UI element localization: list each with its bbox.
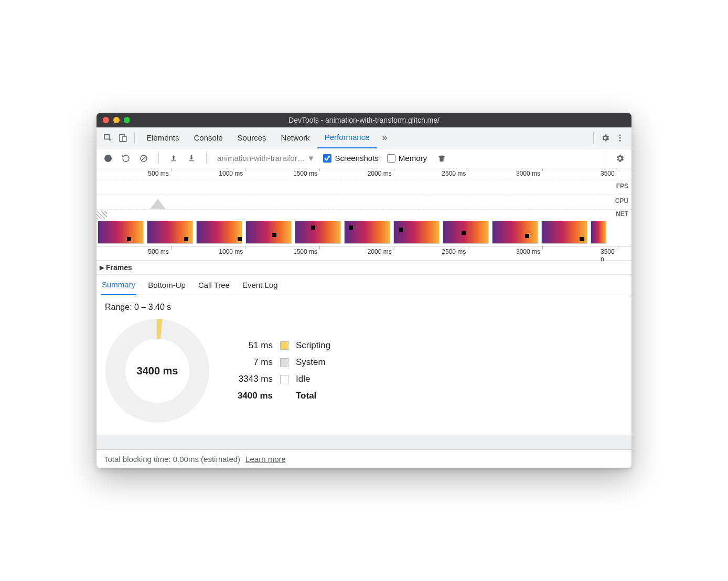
- svg-point-4: [619, 137, 621, 138]
- garbage-collect-icon[interactable]: [434, 151, 449, 166]
- expand-icon[interactable]: ▶: [100, 264, 104, 271]
- tab-console[interactable]: Console: [187, 127, 230, 148]
- blocking-time-text: Total blocking time: 0.00ms (estimated): [104, 455, 240, 464]
- ruler-tick: 1500 ms: [293, 248, 319, 255]
- net-activity: [97, 211, 107, 219]
- frames-row[interactable]: ▶ Frames: [97, 260, 631, 275]
- screenshot-thumbnail[interactable]: [196, 221, 242, 244]
- legend-total-label: Total: [296, 391, 330, 401]
- summary-donut-chart: 3400 ms: [105, 318, 210, 423]
- range-label: Range: 0 – 3.40 s: [105, 303, 623, 312]
- tab-network[interactable]: Network: [274, 127, 317, 148]
- screenshot-thumbnail[interactable]: [147, 221, 193, 244]
- recording-selector[interactable]: animation-with-transfor… ▼: [217, 154, 315, 163]
- tab-elements[interactable]: Elements: [139, 127, 187, 148]
- ruler-tick: 1000 ms: [219, 248, 245, 255]
- svg-rect-9: [439, 156, 445, 157]
- ruler-tick: 3000 ms: [516, 170, 542, 177]
- record-button[interactable]: [101, 151, 115, 166]
- drawer-handle[interactable]: [97, 435, 631, 449]
- screenshot-thumbnail[interactable]: [591, 221, 606, 244]
- svg-rect-2: [123, 136, 126, 142]
- learn-more-link[interactable]: Learn more: [245, 455, 286, 464]
- close-window-button[interactable]: [103, 117, 109, 123]
- screenshots-toggle[interactable]: Screenshots: [323, 154, 378, 163]
- legend-value: 7 ms: [231, 357, 273, 368]
- devtools-window: DevTools - animation-with-transform.glit…: [97, 113, 631, 468]
- svg-point-5: [619, 139, 621, 141]
- legend-value: 3343 ms: [231, 374, 273, 384]
- device-toolbar-icon[interactable]: [115, 131, 130, 145]
- ruler-tick: 3000 ms: [516, 248, 542, 255]
- svg-point-3: [619, 134, 621, 136]
- details-tab-summary[interactable]: Summary: [101, 275, 136, 295]
- screenshot-thumbnail[interactable]: [98, 221, 144, 244]
- ruler-tick: 1500 ms: [293, 170, 319, 177]
- cpu-activity: [150, 199, 166, 209]
- ruler-tick: 2000 ms: [368, 170, 394, 177]
- maximize-window-button[interactable]: [124, 117, 130, 123]
- legend-label: Scripting: [296, 340, 330, 351]
- net-label: NET: [616, 210, 628, 218]
- screenshot-thumbnail[interactable]: [443, 221, 489, 244]
- memory-checkbox[interactable]: [387, 154, 395, 163]
- chevron-down-icon: ▼: [307, 154, 315, 163]
- details-tab-event-log[interactable]: Event Log: [241, 275, 279, 295]
- settings-icon[interactable]: [598, 131, 613, 145]
- save-profile-icon[interactable]: [184, 151, 199, 166]
- cpu-row: CPU: [97, 195, 631, 209]
- ruler-tick: 3500: [601, 170, 617, 177]
- screenshot-thumbnail[interactable]: [344, 221, 390, 244]
- clear-button[interactable]: [136, 151, 151, 166]
- ruler-tick: 2500 ms: [442, 170, 468, 177]
- donut-center-value: 3400 ms: [137, 365, 178, 377]
- screenshot-thumbnail[interactable]: [245, 221, 292, 244]
- recording-name: animation-with-transfor…: [217, 154, 305, 163]
- frames-label: Frames: [106, 263, 132, 272]
- legend-swatch: [280, 341, 288, 350]
- screenshot-thumbnail[interactable]: [492, 221, 538, 244]
- overview-rows: FPS CPU NET: [97, 180, 631, 219]
- svg-rect-8: [189, 160, 194, 161]
- minimize-window-button[interactable]: [113, 117, 120, 123]
- screenshots-checkbox[interactable]: [323, 154, 331, 163]
- separator: [134, 132, 135, 144]
- overview-panel[interactable]: 500 ms1000 ms1500 ms2000 ms2500 ms3000 m…: [97, 168, 631, 246]
- fps-row: FPS: [97, 180, 631, 195]
- load-profile-icon[interactable]: [166, 151, 181, 166]
- screenshot-thumbnail[interactable]: [295, 221, 341, 244]
- flamechart-panel[interactable]: 500 ms1000 ms1500 ms2000 ms2500 ms3000 m…: [97, 246, 631, 275]
- legend-swatch: [280, 375, 288, 383]
- footer: Total blocking time: 0.00ms (estimated) …: [97, 449, 631, 468]
- screenshots-label: Screenshots: [335, 154, 378, 163]
- ruler-tick: 500 ms: [148, 170, 170, 177]
- legend-value: 51 ms: [231, 340, 273, 351]
- separator: [206, 153, 207, 164]
- ruler-tick: 1000 ms: [219, 170, 245, 177]
- capture-settings-icon[interactable]: [613, 151, 627, 166]
- tab-performance[interactable]: Performance: [317, 127, 377, 148]
- legend-total-value: 3400 ms: [231, 391, 273, 401]
- svg-rect-7: [171, 160, 176, 161]
- screenshot-thumbnail[interactable]: [393, 221, 440, 244]
- screenshot-thumbnail[interactable]: [541, 221, 587, 244]
- reload-button[interactable]: [119, 151, 133, 166]
- separator: [593, 132, 594, 144]
- separator: [158, 153, 159, 164]
- details-tab-call-tree[interactable]: Call Tree: [197, 275, 231, 295]
- ruler-tick: 2500 ms: [442, 248, 468, 255]
- inspect-icon[interactable]: [101, 131, 115, 145]
- fps-label: FPS: [616, 182, 628, 190]
- legend-label: Idle: [296, 374, 330, 384]
- legend-label: System: [296, 357, 330, 368]
- main-tabs: ElementsConsoleSourcesNetworkPerformance…: [97, 127, 631, 148]
- details-tab-bottom-up[interactable]: Bottom-Up: [147, 275, 187, 295]
- tab-sources[interactable]: Sources: [230, 127, 274, 148]
- kebab-menu-icon[interactable]: [613, 131, 627, 145]
- more-tabs-button[interactable]: »: [377, 131, 393, 145]
- screenshot-strip: [97, 219, 631, 246]
- overview-ruler: 500 ms1000 ms1500 ms2000 ms2500 ms3000 m…: [97, 168, 631, 180]
- titlebar: DevTools - animation-with-transform.glit…: [97, 113, 631, 127]
- ruler-tick: 500 ms: [148, 248, 170, 255]
- memory-toggle[interactable]: Memory: [387, 154, 427, 163]
